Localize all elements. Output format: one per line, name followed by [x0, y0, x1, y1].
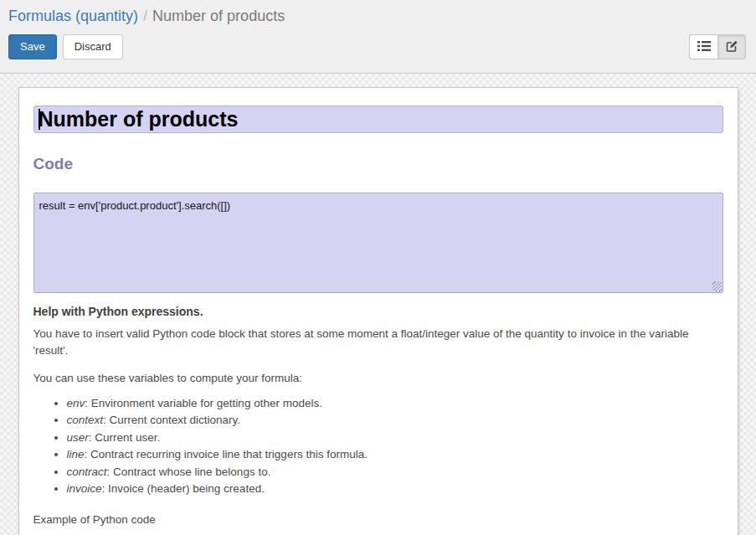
- variable-name: env: [67, 397, 85, 409]
- discard-button[interactable]: Discard: [63, 34, 123, 59]
- control-panel: Formulas (quantity)/Number of products S…: [0, 0, 756, 74]
- help-intro: You have to insert valid Python code blo…: [33, 326, 723, 358]
- variable-name: line: [67, 448, 85, 460]
- title-field-wrap: [33, 105, 723, 133]
- list-item: contract: Contract whose line belongs to…: [67, 464, 723, 481]
- form-view-button[interactable]: [717, 34, 746, 59]
- example-label: Example of Python code: [33, 512, 723, 528]
- variables-intro: You can use these variables to compute y…: [33, 370, 723, 387]
- text-caret: [39, 109, 40, 130]
- form-view-background: Code result = env['product.product'].sea…: [0, 74, 756, 535]
- variable-name: contract: [67, 466, 107, 478]
- pencil-square-icon: [725, 39, 738, 55]
- list-item: env: Environment variable for getting ot…: [67, 395, 723, 413]
- form-sheet: Code result = env['product.product'].sea…: [18, 87, 738, 535]
- variable-description: : Current user.: [89, 431, 161, 444]
- breadcrumb-current: Number of products: [152, 8, 285, 24]
- toolbar: Save Discard: [8, 34, 748, 59]
- list-item: user: Current user.: [67, 430, 723, 447]
- code-textarea[interactable]: result = env['product.product'].search([…: [33, 193, 723, 293]
- variable-name: context: [67, 414, 104, 426]
- help-section: Help with Python expressions. You have t…: [33, 303, 723, 535]
- variable-name: user: [67, 431, 89, 444]
- code-field-wrap: result = env['product.product'].search([…: [33, 193, 723, 293]
- list-item: line: Contract recurring invoice line th…: [67, 446, 723, 464]
- list-item: invoice: Invoice (header) being created.: [67, 481, 723, 498]
- variables-list: env: Environment variable for getting ot…: [33, 395, 723, 498]
- save-button[interactable]: Save: [8, 34, 57, 59]
- variable-description: : Contract recurring invoice line that t…: [85, 448, 368, 460]
- breadcrumb-separator: /: [138, 8, 152, 24]
- list-view-button[interactable]: [689, 34, 717, 59]
- variable-name: invoice: [67, 482, 102, 495]
- variable-description: : Invoice (header) being created.: [102, 482, 265, 495]
- help-heading: Help with Python expressions.: [33, 303, 723, 320]
- title-input[interactable]: [33, 105, 723, 133]
- variable-description: : Environment variable for getting other…: [85, 397, 322, 409]
- variable-description: : Contract whose line belongs to.: [107, 466, 271, 478]
- variable-description: : Current context dictionary.: [103, 414, 240, 426]
- list-item: context: Current context dictionary.: [67, 412, 723, 430]
- view-switcher: [689, 34, 746, 59]
- list-icon: [697, 40, 711, 54]
- breadcrumb: Formulas (quantity)/Number of products: [8, 0, 748, 25]
- breadcrumb-link-formulas[interactable]: Formulas (quantity): [8, 8, 138, 24]
- code-section-heading: Code: [33, 155, 723, 173]
